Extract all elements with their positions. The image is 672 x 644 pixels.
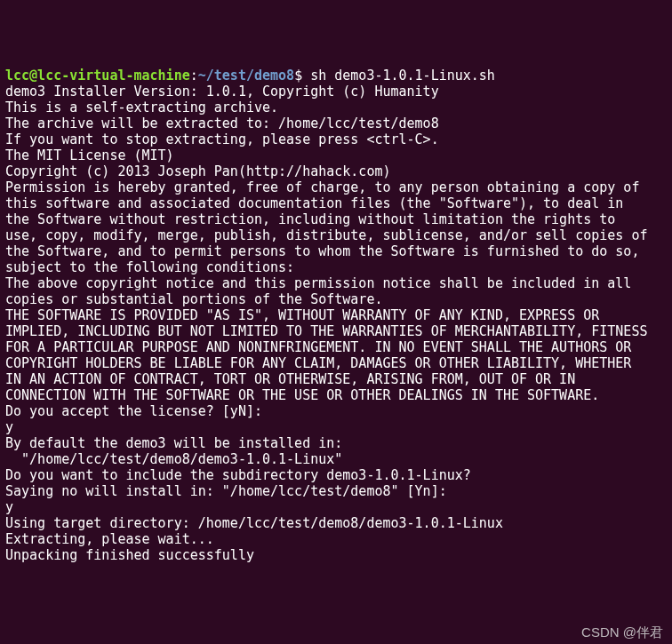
terminal-area[interactable]: lcc@lcc-virtual-machine:~/test/demo8$ sh… bbox=[5, 68, 667, 563]
output-line: The above copyright notice and this perm… bbox=[5, 275, 667, 291]
output-line: By default the demo3 will be installed i… bbox=[5, 435, 667, 451]
output-line: Saying no will install in: "/home/lcc/te… bbox=[5, 483, 667, 499]
output-line: The MIT License (MIT) bbox=[5, 147, 667, 163]
output-line: demo3 Installer Version: 1.0.1, Copyrigh… bbox=[5, 83, 667, 99]
output-line: "/home/lcc/test/demo8/demo3-1.0.1-Linux" bbox=[5, 451, 667, 467]
prompt-separator: : bbox=[190, 68, 198, 83]
prompt-line[interactable]: lcc@lcc-virtual-machine:~/test/demo8$ sh… bbox=[5, 68, 667, 83]
command-text bbox=[302, 68, 310, 83]
output-line: copies or substantial portions of the So… bbox=[5, 291, 667, 307]
output-line: Using target directory: /home/lcc/test/d… bbox=[5, 515, 667, 531]
watermark: CSDN @伴君 bbox=[581, 624, 663, 640]
output-line: FOR A PARTICULAR PURPOSE AND NONINFRINGE… bbox=[5, 339, 667, 355]
output-line: this software and associated documentati… bbox=[5, 195, 667, 211]
output-line: the Software, and to permit persons to w… bbox=[5, 243, 667, 259]
output-line: This is a self-extracting archive. bbox=[5, 99, 667, 115]
output-line: Do you accept the license? [yN]: bbox=[5, 403, 667, 419]
output-line: IMPLIED, INCLUDING BUT NOT LIMITED TO TH… bbox=[5, 323, 667, 339]
command-input[interactable]: sh demo3-1.0.1-Linux.sh bbox=[310, 68, 495, 83]
output-line: subject to the following conditions: bbox=[5, 259, 667, 275]
output-line: the Software without restriction, includ… bbox=[5, 211, 667, 227]
prompt-user: lcc@lcc-virtual-machine bbox=[5, 68, 190, 83]
output-line: Do you want to include the subdirectory … bbox=[5, 467, 667, 483]
output-line: COPYRIGHT HOLDERS BE LIABLE FOR ANY CLAI… bbox=[5, 355, 667, 371]
output-line: If you want to stop extracting, please p… bbox=[5, 131, 667, 147]
output-line: use, copy, modify, merge, publish, distr… bbox=[5, 227, 667, 243]
user-input[interactable]: y bbox=[5, 499, 667, 515]
prompt-path: ~/test/demo8 bbox=[198, 68, 294, 83]
output-line: Copyright (c) 2013 Joseph Pan(http://hah… bbox=[5, 163, 667, 179]
output-line: Permission is hereby granted, free of ch… bbox=[5, 179, 667, 195]
output-line: The archive will be extracted to: /home/… bbox=[5, 115, 667, 131]
user-input[interactable]: y bbox=[5, 419, 667, 435]
output-line: Extracting, please wait... bbox=[5, 531, 667, 547]
prompt-dollar: $ bbox=[294, 68, 302, 83]
output-line: Unpacking finished successfully bbox=[5, 547, 667, 563]
output-line: IN AN ACTION OF CONTRACT, TORT OR OTHERW… bbox=[5, 371, 667, 387]
output-line: THE SOFTWARE IS PROVIDED "AS IS", WITHOU… bbox=[5, 307, 667, 323]
output-line: CONNECTION WITH THE SOFTWARE OR THE USE … bbox=[5, 387, 667, 403]
